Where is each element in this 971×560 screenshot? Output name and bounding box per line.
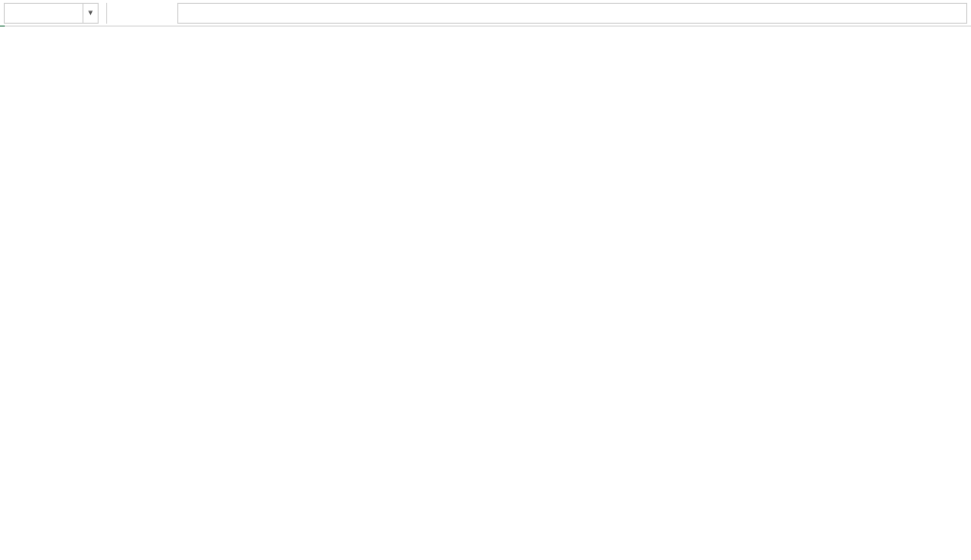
divider — [106, 3, 107, 24]
cancel-icon[interactable] — [109, 3, 132, 24]
formula-input[interactable] — [177, 3, 967, 24]
fx-icon[interactable] — [155, 3, 177, 24]
formula-bar: ▼ — [0, 0, 971, 27]
name-box-dropdown[interactable]: ▼ — [83, 3, 99, 24]
confirm-icon[interactable] — [132, 3, 155, 24]
name-box[interactable] — [4, 3, 83, 24]
